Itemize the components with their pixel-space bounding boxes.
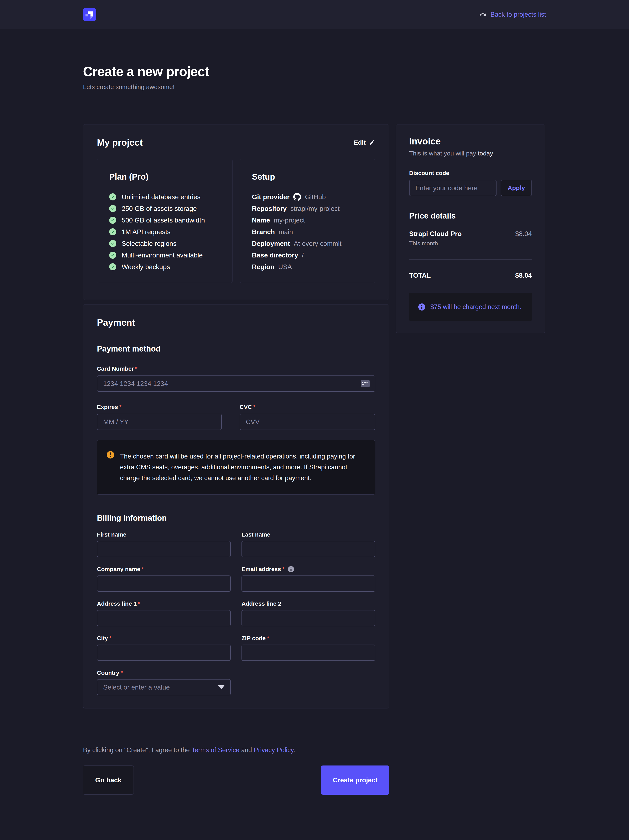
cvc-label: CVC* [240,404,375,411]
country-select[interactable]: Select or enter a value [97,679,231,695]
setup-value: At every commit [294,240,341,248]
payment-title: Payment [97,317,375,328]
plan-feature-label: Weekly backups [122,263,170,271]
setup-row-base-directory: Base directory / [252,249,363,261]
required-asterisk: * [142,566,144,573]
plan-feature-label: Selectable regions [122,240,177,248]
company-name-input[interactable] [97,575,231,592]
expires-input[interactable] [97,414,222,430]
address-line2-input[interactable] [241,610,375,626]
invoice-card: Invoice This is what you will pay today … [396,124,545,333]
github-icon [293,193,301,201]
country-select-placeholder: Select or enter a value [103,684,170,691]
email-address-input[interactable] [241,575,375,592]
company-name-label: Company name* [97,566,231,573]
redo-arrow-icon [479,11,487,18]
price-details-title: Price details [409,212,532,220]
price-item-period: This month [409,240,462,247]
strapi-logo[interactable] [83,8,96,21]
pencil-icon [369,139,375,146]
cvc-input[interactable] [240,414,375,430]
required-asterisk: * [138,600,140,607]
setup-value: GitHub [305,193,326,201]
address-line2-label: Address line 2 [241,600,375,607]
invoice-title: Invoice [409,136,532,147]
expires-label: Expires* [97,404,222,411]
price-item-amount: $8.04 [515,230,532,247]
back-to-projects-link[interactable]: Back to projects list [479,11,546,18]
check-icon [109,240,116,247]
privacy-policy-link[interactable]: Privacy Policy [254,746,293,754]
plan-feature-label: 250 GB of assets storage [122,205,197,213]
card-number-label: Card Number* [97,365,375,372]
zip-code-input[interactable] [241,644,375,661]
setup-row-deployment: Deployment At every commit [252,238,363,249]
last-name-label: Last name [241,531,375,538]
plan-feature: Selectable regions [109,238,220,249]
warning-icon [107,451,114,458]
create-project-button[interactable]: Create project [321,766,389,795]
check-icon [109,263,116,270]
plan-feature-label: 500 GB of assets bandwidth [122,216,205,224]
page-title: Create a new project [83,64,546,79]
setup-label: Repository [252,205,287,213]
email-address-label: Email address* [241,566,375,573]
billing-title: Billing information [97,514,375,523]
plan-feature: Multi-environment available [109,249,220,261]
credit-card-icon [361,380,370,387]
edit-button[interactable]: Edit [354,139,375,146]
plan-feature: 1M API requests [109,226,220,238]
last-name-input[interactable] [241,541,375,557]
city-input[interactable] [97,644,231,661]
check-icon [109,228,116,235]
setup-value: USA [278,263,292,271]
first-name-input[interactable] [97,541,231,557]
my-project-card: My project Edit Plan (Pro) [83,124,389,300]
total-row: TOTAL $8.04 [409,272,532,279]
payment-method-title: Payment method [97,344,375,354]
setup-value: my-project [274,216,305,224]
setup-label: Deployment [252,240,290,248]
discount-code-label: Discount code [409,170,532,177]
warning-text: The chosen card will be used for all pro… [120,451,366,483]
setup-title: Setup [252,172,363,182]
terms-of-service-link[interactable]: Terms of Service [191,746,240,754]
first-name-label: First name [97,531,231,538]
setup-value: strapi/my-project [290,205,340,213]
page-subtitle: Lets create something awesome! [83,84,546,90]
required-asterisk: * [120,669,123,676]
go-back-button[interactable]: Go back [83,766,134,795]
required-asterisk: * [109,635,112,642]
setup-label: Base directory [252,251,298,259]
apply-button[interactable]: Apply [501,180,532,196]
top-bar: Back to projects list [0,0,629,29]
address-line1-label: Address line 1* [97,600,231,607]
total-amount: $8.04 [515,272,532,279]
required-asterisk: * [267,635,269,642]
country-label: Country* [97,669,231,676]
plan-feature-label: 1M API requests [122,228,170,236]
setup-label: Region [252,263,274,271]
edit-label: Edit [354,139,366,146]
total-label: TOTAL [409,272,431,279]
payment-card: Payment Payment method Card Number* [83,304,389,709]
next-month-note: $75 will be charged next month. [409,293,532,321]
plan-feature: 250 GB of assets storage [109,203,220,215]
plan-title: Plan (Pro) [109,172,220,182]
plan-box: Plan (Pro) Unlimited database entries 25… [97,159,233,283]
plan-feature: 500 GB of assets bandwidth [109,215,220,226]
zip-code-label: ZIP code* [241,635,375,642]
back-link-label: Back to projects list [490,11,546,18]
plan-feature-label: Multi-environment available [122,251,203,259]
discount-code-input[interactable] [409,180,497,196]
card-number-input[interactable] [97,376,375,392]
strapi-logo-icon [83,8,96,21]
address-line1-input[interactable] [97,610,231,626]
check-icon [109,205,116,212]
email-info-icon[interactable] [288,566,294,572]
price-item-name: Strapi Cloud Pro [409,230,462,238]
setup-row-branch: Branch main [252,226,363,238]
setup-label: Git provider [252,193,290,201]
setup-value: main [279,228,293,236]
setup-row-region: Region USA [252,261,363,273]
